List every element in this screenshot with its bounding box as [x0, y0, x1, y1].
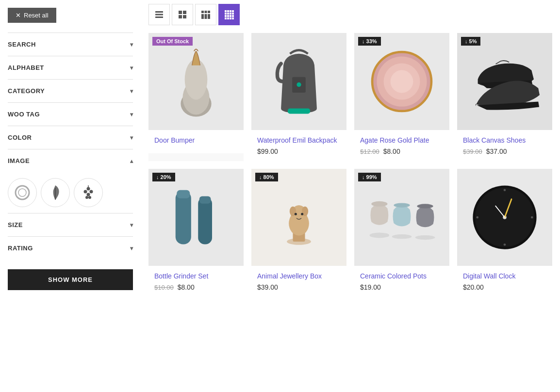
product-badge: Out Of Stock: [152, 37, 193, 46]
svg-rect-20: [201, 14, 204, 16]
product-name[interactable]: Agate Rose Gold Plate: [360, 136, 444, 145]
chevron-down-icon: ▾: [130, 88, 133, 95]
filter-image-header[interactable]: IMAGE ▴: [8, 149, 133, 172]
filter-category-header[interactable]: CATEGORY ▾: [8, 80, 133, 102]
svg-rect-52: [176, 191, 191, 244]
filter-alphabet: ALPHABET ▾: [8, 56, 133, 79]
original-price: $39.00: [463, 148, 482, 155]
svg-rect-30: [225, 13, 227, 15]
filter-color-header[interactable]: COLOR ▾: [8, 126, 133, 149]
product-image: ↓ 99%: [354, 169, 449, 266]
filter-woo-tag-header[interactable]: WOO TAG ▾: [8, 103, 133, 126]
svg-rect-16: [183, 15, 186, 18]
product-info: Animal Jewellery Box $39.00: [251, 266, 346, 297]
filter-image: IMAGE ▴: [8, 149, 133, 213]
svg-rect-18: [205, 11, 207, 13]
filter-alphabet-header[interactable]: ALPHABET ▾: [8, 56, 133, 79]
product-card: ↓ 80% Animal Jewellery Box: [251, 169, 346, 297]
svg-rect-41: [232, 17, 234, 19]
filter-search: SEARCH ▾: [8, 33, 133, 56]
filter-rating-header[interactable]: RATING ▾: [8, 237, 133, 260]
product-badge: ↓ 20%: [152, 173, 175, 181]
filter-rating: RATING ▾: [8, 236, 133, 260]
svg-rect-27: [227, 10, 229, 12]
svg-rect-12: [155, 16, 163, 18]
svg-point-3: [87, 187, 90, 191]
view-toolbar: [148, 0, 552, 25]
grid4-view-button[interactable]: [218, 4, 240, 25]
product-card: ↓ 20% Bottle Grinder Set $10.00 $8.00: [148, 169, 244, 297]
product-name[interactable]: Animal Jewellery Box: [257, 272, 341, 280]
svg-rect-22: [208, 14, 210, 16]
grid3-view-button[interactable]: [195, 4, 216, 25]
reset-button[interactable]: ✕ Reset all: [8, 8, 56, 23]
chevron-down-icon: ▾: [130, 41, 133, 48]
svg-rect-24: [205, 16, 207, 19]
list-view-button[interactable]: [148, 4, 170, 25]
svg-point-64: [370, 233, 390, 238]
product-badge: ↓ 80%: [255, 173, 278, 181]
product-price: $39.00: [257, 283, 341, 291]
svg-rect-54: [198, 197, 212, 244]
sale-price: $37.00: [486, 147, 507, 155]
product-card: Waterproof Emil Backpack $99.00: [251, 33, 346, 161]
chevron-down-icon: ▾: [130, 245, 133, 252]
original-price: $12.00: [360, 148, 379, 155]
svg-rect-53: [177, 190, 190, 198]
product-card: ↓ 33% Agate Rose Gold Plate $12.00 $8.00: [354, 33, 449, 161]
product-info: Bottle Grinder Set $10.00 $8.00: [148, 266, 244, 297]
product-price: $12.00 $8.00: [360, 147, 444, 155]
product-image: [457, 169, 552, 266]
svg-point-46: [296, 82, 301, 87]
product-image: [251, 33, 346, 130]
product-name[interactable]: Black Canvas Shoes: [463, 136, 546, 145]
filter-size-header[interactable]: SIZE ▾: [8, 213, 133, 236]
show-more-button[interactable]: SHOW MORE: [8, 269, 133, 290]
product-image: Out Of Stock: [148, 33, 244, 130]
filter-search-header[interactable]: SEARCH ▾: [8, 33, 133, 56]
svg-point-4: [84, 190, 87, 194]
image-filter-options: [8, 172, 133, 213]
svg-rect-38: [225, 17, 227, 19]
product-name[interactable]: Door Bumper: [154, 136, 238, 145]
image-filter-ring[interactable]: [8, 178, 37, 207]
product-price: $20.00: [463, 283, 546, 291]
chevron-down-icon: ▾: [130, 134, 133, 141]
svg-point-69: [417, 204, 433, 208]
image-filter-feather[interactable]: [41, 178, 70, 207]
svg-point-77: [476, 216, 478, 219]
svg-rect-40: [230, 17, 231, 19]
original-price: $10.00: [154, 284, 174, 291]
svg-point-67: [394, 203, 410, 208]
product-image: ↓ 80%: [251, 169, 346, 266]
product-name[interactable]: Digital Wall Clock: [463, 272, 546, 280]
product-name[interactable]: Ceramic Colored Pots: [360, 272, 444, 280]
grid2-view-button[interactable]: [172, 4, 193, 25]
svg-rect-55: [199, 196, 211, 203]
product-price: $19.00: [360, 283, 444, 291]
svg-rect-28: [230, 10, 231, 12]
product-price: $10.00 $8.00: [154, 283, 238, 291]
product-info: Black Canvas Shoes $39.00 $37.00: [457, 130, 552, 161]
svg-point-62: [295, 213, 297, 215]
svg-rect-26: [225, 10, 227, 12]
svg-rect-25: [208, 16, 210, 19]
product-info: Door Bumper: [148, 130, 244, 153]
svg-rect-14: [183, 11, 186, 14]
reset-icon: ✕: [16, 12, 21, 19]
product-price: $39.00 $37.00: [463, 147, 546, 155]
product-name[interactable]: Bottle Grinder Set: [154, 272, 238, 280]
chevron-down-icon: ▾: [130, 65, 133, 71]
sale-price: $8.00: [383, 147, 400, 155]
product-image: ↓ 5%: [457, 33, 552, 130]
product-name[interactable]: Waterproof Emil Backpack: [257, 136, 341, 145]
product-price: $99.00: [257, 147, 341, 155]
image-filter-grapes[interactable]: [74, 178, 103, 207]
product-info: Digital Wall Clock $20.00: [457, 266, 552, 297]
svg-point-78: [531, 216, 533, 219]
svg-point-68: [415, 235, 435, 240]
svg-rect-19: [208, 11, 210, 13]
svg-rect-37: [232, 15, 234, 17]
svg-point-76: [504, 244, 506, 246]
product-badge: ↓ 5%: [461, 37, 480, 46]
